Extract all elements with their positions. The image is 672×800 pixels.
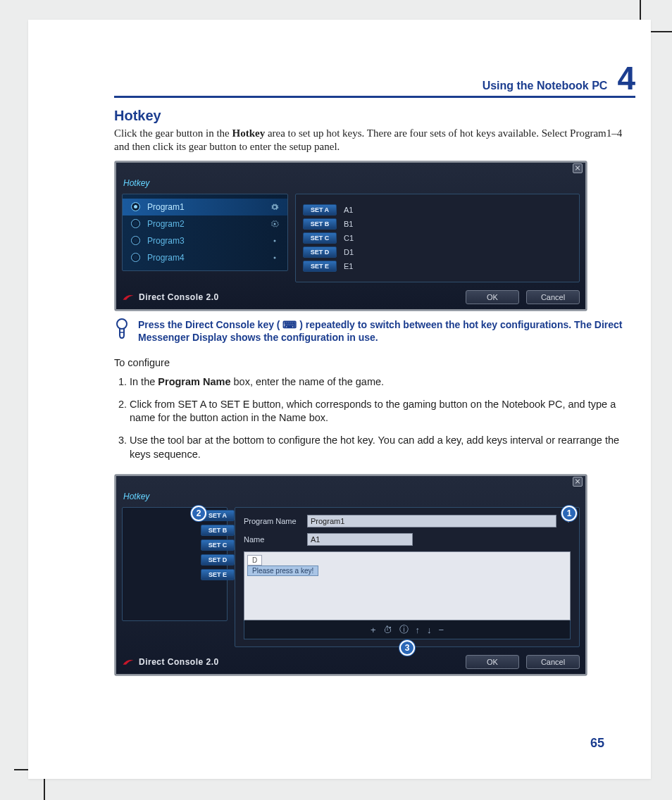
gear-icon[interactable] bbox=[270, 237, 279, 245]
set-button[interactable]: SET C bbox=[201, 539, 235, 551]
program-item[interactable]: Program4 bbox=[123, 249, 287, 266]
set-button[interactable]: SET D bbox=[303, 246, 337, 258]
svg-point-3 bbox=[117, 319, 127, 329]
radio-icon bbox=[131, 253, 140, 262]
intro-paragraph: Click the gear button in the Hotkey area… bbox=[114, 127, 635, 154]
interval-icon[interactable]: ⏱ bbox=[383, 625, 392, 635]
program-label: Program2 bbox=[147, 219, 185, 229]
name-input[interactable] bbox=[307, 533, 413, 546]
radio-icon bbox=[131, 219, 140, 228]
cancel-button[interactable]: Cancel bbox=[526, 655, 580, 669]
program-item[interactable]: Program3 bbox=[123, 232, 287, 249]
step-item: Click from SET A to SET E button, which … bbox=[130, 398, 635, 425]
program-item[interactable]: Program2 bbox=[123, 215, 287, 232]
page-number: 65 bbox=[590, 736, 604, 751]
set-value: B1 bbox=[344, 220, 353, 228]
set-value: D1 bbox=[344, 248, 354, 256]
app-brand: Direct Console 2.0 bbox=[122, 657, 219, 667]
set-value-panel: SET AA1 SET BB1 SET CC1 SET DD1 SET EE1 bbox=[295, 194, 580, 282]
screenshot-hotkey-overview: Hotkey Program1 Program2 bbox=[114, 161, 587, 311]
tip-note: Press the Direct Console key ( ⌨ ) repea… bbox=[114, 318, 635, 345]
move-up-icon[interactable]: ↑ bbox=[416, 625, 421, 635]
set-button[interactable]: SET D bbox=[201, 554, 235, 565]
program-name-label: Program Name bbox=[244, 517, 300, 525]
callout-3: 3 bbox=[399, 640, 415, 656]
svg-point-0 bbox=[274, 223, 276, 225]
step-item: In the Program Name box, enter the name … bbox=[130, 375, 635, 389]
program-label: Program3 bbox=[147, 236, 185, 246]
key-toolbar: + ⏱ ⓘ ↑ ↓ − bbox=[244, 620, 571, 639]
panel-tab-label: Hotkey bbox=[115, 489, 587, 501]
set-button[interactable]: SET B bbox=[201, 525, 235, 536]
callout-2: 2 bbox=[191, 506, 206, 521]
app-brand: Direct Console 2.0 bbox=[122, 292, 219, 302]
svg-point-1 bbox=[274, 239, 276, 242]
key-sequence-area[interactable]: D Please press a key! bbox=[244, 551, 571, 620]
program-label: Program4 bbox=[147, 253, 185, 263]
add-key-icon[interactable]: + bbox=[371, 625, 376, 635]
chapter-number: 4 bbox=[617, 62, 635, 94]
ok-button[interactable]: OK bbox=[466, 655, 519, 669]
remove-key-icon[interactable]: − bbox=[439, 625, 444, 635]
divider bbox=[114, 96, 635, 98]
program-list: Program1 Program2 Program3 bbox=[122, 194, 288, 271]
steps-intro: To configure bbox=[114, 357, 635, 368]
program-label: Program1 bbox=[147, 202, 185, 212]
panel-tab-label: Hotkey bbox=[115, 175, 587, 188]
set-button[interactable]: SET E bbox=[303, 261, 337, 272]
set-button[interactable]: SET C bbox=[303, 232, 337, 244]
gear-icon[interactable] bbox=[270, 220, 279, 228]
set-value: A1 bbox=[344, 206, 353, 214]
key-cell: D bbox=[247, 555, 262, 565]
screenshot-hotkey-editor: Hotkey SET A SET B SET C SET D SET E bbox=[114, 474, 587, 676]
move-down-icon[interactable]: ↓ bbox=[427, 625, 432, 635]
program-item[interactable]: Program1 bbox=[123, 199, 287, 215]
program-name-input[interactable] bbox=[307, 515, 556, 527]
set-value: E1 bbox=[344, 262, 353, 270]
step-item: Use the tool bar at the bottom to config… bbox=[130, 434, 635, 461]
name-label: Name bbox=[244, 535, 300, 544]
set-button[interactable]: SET E bbox=[201, 569, 235, 580]
key-placeholder: Please press a key! bbox=[247, 565, 318, 576]
set-button[interactable]: SET B bbox=[303, 218, 337, 230]
set-value: C1 bbox=[344, 234, 354, 242]
cancel-button[interactable]: Cancel bbox=[526, 290, 580, 304]
gear-icon[interactable] bbox=[270, 203, 279, 211]
radio-icon bbox=[131, 236, 140, 245]
radio-icon bbox=[131, 202, 140, 211]
callout-1: 1 bbox=[561, 506, 577, 521]
gear-icon[interactable] bbox=[270, 254, 279, 262]
tip-text: Press the Direct Console key ( ⌨ ) repea… bbox=[138, 318, 635, 345]
ok-button[interactable]: OK bbox=[466, 290, 519, 304]
chapter-title: Using the Notebook PC bbox=[483, 80, 608, 92]
set-button-column: SET A SET B SET C SET D SET E bbox=[201, 510, 235, 580]
steps-list: In the Program Name box, enter the name … bbox=[114, 375, 635, 461]
tip-icon bbox=[114, 318, 130, 341]
set-button[interactable]: SET A bbox=[303, 204, 337, 215]
close-icon[interactable] bbox=[573, 163, 583, 173]
svg-point-2 bbox=[274, 256, 276, 258]
page: Using the Notebook PC 4 Hotkey Click the… bbox=[28, 20, 651, 779]
chapter-header: Using the Notebook PC 4 bbox=[114, 62, 635, 94]
section-heading: Hotkey bbox=[114, 108, 635, 124]
close-icon[interactable] bbox=[573, 477, 583, 487]
info-icon[interactable]: ⓘ bbox=[399, 623, 409, 636]
